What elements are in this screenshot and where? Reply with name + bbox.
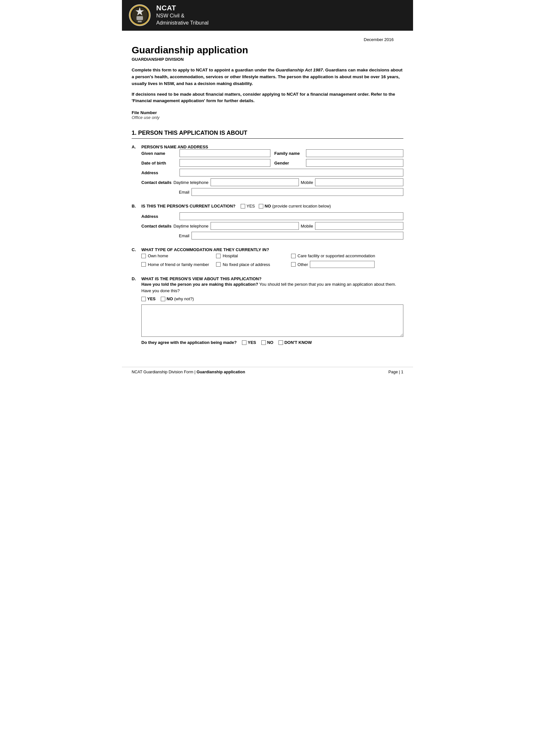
contact-row-b: Contact details Daytime telephone Mobile xyxy=(141,222,403,230)
file-number-sub: Office use only xyxy=(132,115,403,120)
section-1-text: PERSON THIS APPLICATION IS ABOUT xyxy=(138,130,247,136)
agree-dontknow-label: DON'T KNOW xyxy=(284,340,312,345)
mobile-label-b: Mobile xyxy=(301,224,313,229)
email-input-b[interactable] xyxy=(191,232,403,239)
location-yes-no: YES NO (provide current location below) xyxy=(241,203,331,208)
name-row: Given name Family name xyxy=(141,149,403,157)
subsec-a-letter: A. xyxy=(132,145,138,149)
family-name-label: Family name xyxy=(274,151,303,156)
mobile-input-a[interactable] xyxy=(315,178,403,186)
no-fixed-checkbox[interactable] xyxy=(216,262,221,267)
ncat-logo xyxy=(128,4,151,26)
agree-dontknow-box[interactable] xyxy=(278,340,283,345)
option-no-fixed[interactable]: No fixed place of address xyxy=(216,262,291,267)
address-input-a[interactable] xyxy=(180,169,403,176)
d-yes-no-row: YES NO (why not?) xyxy=(141,296,403,301)
division-label: GUARDIANSHIP DIVISION xyxy=(132,57,403,62)
hospital-label: Hospital xyxy=(223,254,238,258)
accommodation-row-2: Home of friend or family member No fixed… xyxy=(141,261,403,268)
address-row-a: Address xyxy=(141,169,403,176)
main-content: December 2016 Guardianship application G… xyxy=(122,31,413,358)
section-1-title: 1. PERSON THIS APPLICATION IS ABOUT xyxy=(132,130,403,139)
hospital-checkbox[interactable] xyxy=(216,254,221,258)
care-facility-checkbox[interactable] xyxy=(291,254,296,258)
option-hospital[interactable]: Hospital xyxy=(216,254,291,258)
mobile-input-b[interactable] xyxy=(315,222,403,230)
d-no-box[interactable] xyxy=(161,297,165,301)
location-yes-label: YES xyxy=(246,203,255,208)
footer-right: Page | 1 xyxy=(388,370,403,374)
svg-rect-5 xyxy=(138,21,142,22)
d-subtitle: Have you told the person you are making … xyxy=(141,281,403,294)
gender-input[interactable] xyxy=(306,159,403,167)
other-label: Other xyxy=(297,262,308,267)
family-name-input[interactable] xyxy=(306,149,403,157)
location-no-label: NO xyxy=(265,203,271,208)
subsection-b: B. IS THIS THE PERSON'S CURRENT LOCATION… xyxy=(132,203,403,241)
address-label-b: Address xyxy=(141,214,177,219)
svg-rect-4 xyxy=(136,16,143,20)
d-textarea[interactable] xyxy=(141,305,403,337)
footer-left-text: NCAT Guardianship Division Form | Guardi… xyxy=(132,370,245,374)
subsec-c-letter: C. xyxy=(132,247,138,252)
intro-paragraph-1: Complete this form to apply to NCAT to a… xyxy=(132,67,403,87)
option-care-facility[interactable]: Care facility or supported accommodation xyxy=(291,254,403,258)
dob-gender-row: Date of birth Gender xyxy=(141,159,403,167)
daytime-tel-input-b[interactable] xyxy=(211,222,299,230)
page-title: Guardianship application xyxy=(132,44,403,56)
subsec-d-letter: D. xyxy=(132,276,138,281)
section-1: 1. PERSON THIS APPLICATION IS ABOUT A. P… xyxy=(132,130,403,345)
address-row-b: Address xyxy=(141,212,403,220)
d-yes-box[interactable] xyxy=(141,297,146,301)
agree-yes-checkbox[interactable]: YES xyxy=(242,340,256,345)
agree-no-box[interactable] xyxy=(261,340,266,345)
subsec-c-title: WHAT TYPE OF ACCOMMODATION ARE THEY CURR… xyxy=(141,247,403,252)
contact-details-label-a: Contact details xyxy=(141,180,171,185)
given-name-label: Given name xyxy=(141,151,177,156)
contact-row-a: Contact details Daytime telephone Mobile xyxy=(141,178,403,186)
daytime-tel-label-b: Daytime telephone xyxy=(173,224,208,229)
no-fixed-label: No fixed place of address xyxy=(223,262,270,267)
agree-dontknow-checkbox[interactable]: DON'T KNOW xyxy=(278,340,312,345)
location-no-checkbox[interactable]: NO (provide current location below) xyxy=(259,203,331,208)
header-org-text: NCAT NSW Civil & Administrative Tribunal xyxy=(156,4,209,27)
other-input[interactable] xyxy=(310,261,375,268)
d-subtitle-bold: Have you told the person you are making … xyxy=(141,282,258,287)
own-home-checkbox[interactable] xyxy=(141,254,146,258)
agree-no-label: NO xyxy=(267,340,274,345)
no-checkbox-box[interactable] xyxy=(259,204,263,208)
care-facility-label: Care facility or supported accommodation xyxy=(297,254,375,258)
daytime-tel-label-a: Daytime telephone xyxy=(173,180,208,185)
location-question-text: IS THIS THE PERSON'S CURRENT LOCATION? xyxy=(141,203,236,208)
accommodation-row-1: Own home Hospital Care facility or suppo… xyxy=(141,254,403,258)
option-own-home[interactable]: Own home xyxy=(141,254,216,258)
d-yes-label: YES xyxy=(147,296,155,301)
own-home-label: Own home xyxy=(148,254,168,258)
d-no-why: (why not?) xyxy=(174,296,194,301)
location-yes-checkbox[interactable]: YES xyxy=(241,203,255,208)
option-home-friend-family[interactable]: Home of friend or family member xyxy=(141,262,216,267)
d-no-checkbox[interactable]: NO (why not?) xyxy=(161,296,194,301)
option-other[interactable]: Other xyxy=(291,261,403,268)
agree-yes-box[interactable] xyxy=(242,340,246,345)
d-yes-checkbox[interactable]: YES xyxy=(141,296,155,301)
section-1-number: 1. xyxy=(132,130,136,136)
gender-label: Gender xyxy=(274,161,303,166)
subsec-b-letter: B. xyxy=(132,203,138,208)
given-name-input[interactable] xyxy=(180,149,270,157)
home-friend-label: Home of friend or family member xyxy=(148,262,209,267)
subsection-a: A. PERSON'S NAME AND ADDRESS Given name … xyxy=(132,145,403,198)
address-input-b[interactable] xyxy=(180,212,403,220)
subsec-d-title: WHAT IS THE PERSON'S VIEW ABOUT THIS APP… xyxy=(141,276,403,281)
mobile-label-a: Mobile xyxy=(301,180,313,185)
email-input-a[interactable] xyxy=(191,188,403,196)
dob-input[interactable] xyxy=(180,159,270,167)
other-checkbox[interactable] xyxy=(291,262,296,267)
dob-label: Date of birth xyxy=(141,161,177,166)
home-friend-checkbox[interactable] xyxy=(141,262,146,267)
subsection-d: D. WHAT IS THE PERSON'S VIEW ABOUT THIS … xyxy=(132,276,403,345)
contact-details-label-b: Contact details xyxy=(141,224,171,229)
agree-no-checkbox[interactable]: NO xyxy=(261,340,274,345)
yes-checkbox-box[interactable] xyxy=(241,204,245,208)
daytime-tel-input-a[interactable] xyxy=(211,178,299,186)
